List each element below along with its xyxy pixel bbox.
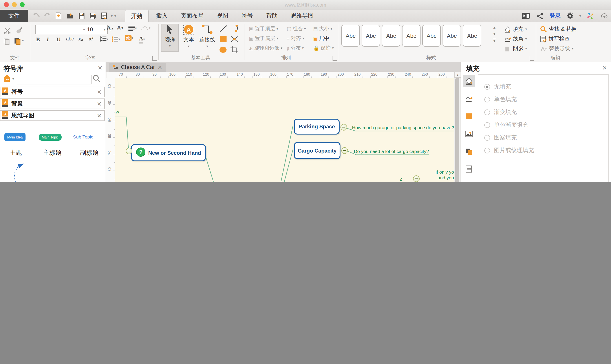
style-sample-2[interactable]: Abc xyxy=(362,25,380,47)
arrange-dropdown-arrow[interactable]: ▾ xyxy=(277,37,278,40)
drawing-canvas[interactable]: How toChoose a Car?New or Second HandPar… xyxy=(115,78,454,182)
ribbon-tab-1[interactable]: 插入 xyxy=(150,10,173,22)
style-sample-5[interactable]: Abc xyxy=(422,25,441,47)
open-icon[interactable] xyxy=(65,11,75,21)
picture-icon[interactable] xyxy=(463,128,475,139)
undo-icon[interactable]: ▾ xyxy=(31,11,40,21)
close-document-tab-icon[interactable]: ✕ xyxy=(158,64,162,71)
ribbon-tab-4[interactable]: 符号 xyxy=(236,10,259,22)
fill-option-渐变填充[interactable]: 渐变填充 xyxy=(484,108,517,116)
copy-icon[interactable] xyxy=(2,36,12,47)
font-color-button[interactable]: A▾ xyxy=(139,35,145,43)
arrange-dropdown-arrow[interactable]: ▾ xyxy=(302,46,304,50)
fill-bucket-icon[interactable] xyxy=(463,75,475,87)
shrink-font-button[interactable]: A▼ xyxy=(117,25,124,31)
style-button-填充[interactable]: 填充▾ xyxy=(504,26,527,33)
ellipse-shape-tool[interactable] xyxy=(219,46,229,55)
main-topic-shape[interactable]: Main Topic xyxy=(39,134,62,141)
symbol-search-input[interactable] xyxy=(17,75,92,84)
arrange-旋转和镜像[interactable]: ◭旋转和镜像▾ xyxy=(249,45,282,52)
file-menu-button[interactable]: 文件 xyxy=(0,10,28,22)
fill-option-单色渐变填充[interactable]: 单色渐变填充 xyxy=(484,121,528,129)
solid-square-icon[interactable] xyxy=(463,110,475,122)
style-sample-1[interactable]: Abc xyxy=(341,25,360,47)
style-sample-7[interactable]: Abc xyxy=(463,25,481,47)
underline-button[interactable]: U xyxy=(56,36,60,43)
crop-tool[interactable] xyxy=(230,46,240,55)
mindmap-leaf-parking-question[interactable]: How much garage or parking space do you … xyxy=(352,125,454,130)
collapse-branch-button[interactable] xyxy=(341,124,347,130)
arrange-置于顶层[interactable]: ▣置于顶层▾ xyxy=(249,26,278,32)
arrange-dropdown-arrow[interactable]: ▾ xyxy=(332,46,334,50)
style-sample-3[interactable]: Abc xyxy=(382,25,400,47)
print-icon[interactable] xyxy=(88,11,98,21)
paste-icon[interactable] xyxy=(12,36,22,46)
login-button[interactable]: 登录 xyxy=(549,12,561,20)
text-highlight-button[interactable]: ab▾ xyxy=(125,35,133,41)
close-section-icon[interactable]: ✕ xyxy=(97,101,102,107)
grow-font-button[interactable]: A▲ xyxy=(106,25,114,32)
arrange-对齐[interactable]: ≡对齐▾ xyxy=(287,35,304,42)
arrange-dropdown-arrow[interactable]: ▾ xyxy=(281,46,282,50)
mindmap-node-parking-space[interactable]: Parking Space xyxy=(294,119,340,134)
cut-icon[interactable] xyxy=(3,26,12,36)
close-symbol-library-icon[interactable]: ✕ xyxy=(98,65,103,71)
style-button-阴影[interactable]: 阴影▾ xyxy=(504,45,527,52)
mindmap-leaf-cargo-question[interactable]: Do you need a lot of cargo capacity? xyxy=(354,149,429,154)
vertical-scrollbar[interactable]: ▲ ▼ xyxy=(454,72,461,182)
style-gallery-down-arrow[interactable]: ▼ xyxy=(493,32,496,36)
new-document-icon[interactable] xyxy=(54,11,63,21)
collapse-branch-button[interactable] xyxy=(126,148,133,154)
fill-option-无填充[interactable]: 无填充 xyxy=(484,83,511,91)
close-section-icon[interactable]: ✕ xyxy=(97,89,102,95)
arrange-dropdown-arrow[interactable]: ▾ xyxy=(302,37,304,40)
mindmap-leaf-people-2[interactable]: 2 xyxy=(399,176,402,182)
arrange-dropdown-arrow[interactable]: ▾ xyxy=(277,27,278,31)
bold-button[interactable]: B xyxy=(36,36,40,43)
arrange-居中[interactable]: ▣居中 xyxy=(313,35,329,42)
globe-icon[interactable] xyxy=(463,181,475,182)
quickbar-dropdown-arrow[interactable]: ▾ xyxy=(111,14,113,18)
style-sample-6[interactable]: Abc xyxy=(442,25,461,47)
arrange-分布[interactable]: ♯分布▾ xyxy=(287,45,304,52)
ribbon-tab-home[interactable]: 开始 xyxy=(125,10,149,22)
sidebar-section-背景[interactable]: ★背景✕ xyxy=(0,98,105,109)
ribbon-collapse-arrow[interactable]: ▾ xyxy=(114,14,116,18)
subscript-button[interactable]: x₂ xyxy=(78,36,83,41)
line-spacing-button[interactable]: ▾ xyxy=(99,37,108,42)
list-doc-icon[interactable] xyxy=(463,163,475,175)
dropdown-arrow[interactable]: ▾ xyxy=(525,37,527,41)
style-gallery-up-arrow[interactable]: ▲ xyxy=(493,26,496,29)
italic-button[interactable]: I xyxy=(47,36,49,43)
dropdown-arrow[interactable]: ▾ xyxy=(525,47,527,51)
sidebar-section-思维导图[interactable]: ★思维导图✕ xyxy=(0,110,105,121)
close-section-icon[interactable]: ✕ xyxy=(97,112,102,119)
style-gallery-more-arrow[interactable]: ▼ xyxy=(493,39,496,43)
text-arc-button[interactable]: ▾ xyxy=(141,25,150,30)
edit-button-替换形状[interactable]: 替换形状▾ xyxy=(540,45,574,52)
home-dropdown-arrow[interactable]: ▾ xyxy=(12,77,14,81)
arrange-大小[interactable]: ⬒大小▾ xyxy=(313,26,332,32)
share-icon[interactable] xyxy=(535,11,545,21)
sub-topic-shape[interactable]: Sub Topic xyxy=(73,134,93,139)
mindmap-leaf-people-2-note[interactable]: If only yoand youmore thaa two xyxy=(436,169,454,182)
search-icon[interactable] xyxy=(92,74,100,84)
font-dialog-launcher[interactable] xyxy=(152,56,157,61)
bullet-list-button[interactable]: ▾ xyxy=(112,37,120,42)
dropdown-arrow[interactable]: ▾ xyxy=(525,27,527,31)
font-size-combo[interactable]: 10▾ xyxy=(85,25,108,34)
scroll-up-arrow[interactable]: ▲ xyxy=(454,72,461,78)
paste-dropdown-arrow[interactable]: ▾ xyxy=(22,39,24,43)
rectangle-shape-tool[interactable] xyxy=(219,35,229,44)
align-text-button[interactable]: ▾ xyxy=(128,26,137,31)
collapse-branch-button[interactable] xyxy=(341,147,348,154)
pattern-squares-icon[interactable] xyxy=(463,145,475,157)
freeform-shape-tool[interactable] xyxy=(230,35,240,44)
select-tool-button[interactable]: 选择▾ xyxy=(161,24,179,52)
dropdown-arrow[interactable]: ▾ xyxy=(572,47,574,51)
gear-dropdown-arrow[interactable]: ▾ xyxy=(579,14,581,18)
line-shape-tool[interactable] xyxy=(219,25,229,34)
ribbon-tab-6[interactable]: 思维导图 xyxy=(285,10,319,22)
relationship-shape[interactable] xyxy=(6,162,27,182)
document-tab[interactable]: Choose A Car ✕ xyxy=(109,63,166,72)
